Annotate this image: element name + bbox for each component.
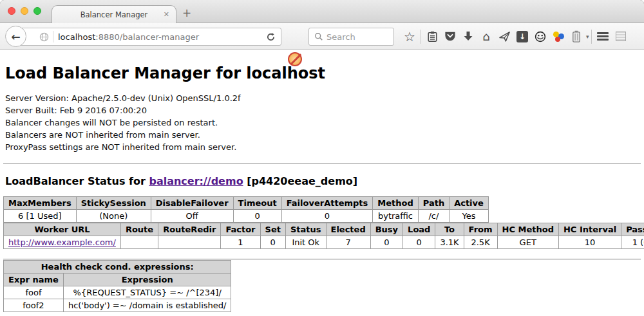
cell-elected: 7 [326, 236, 370, 249]
col-expression: Expression [63, 274, 231, 286]
download-arrow-icon [463, 31, 473, 42]
close-window-button[interactable] [8, 7, 15, 15]
url-text: localhost:8880/balancer-manager [58, 32, 263, 42]
url-bar[interactable]: localhost:8880/balancer-manager [15, 28, 281, 46]
server-built-line: Server Built: Feb 9 2016 07:00:20 [5, 104, 639, 116]
extension-downloader-button[interactable]: ↓ [513, 28, 531, 46]
page-tiles-button[interactable] [612, 28, 630, 46]
col-routeredir: RouteRedir [158, 223, 221, 236]
pocket-button[interactable] [441, 28, 459, 46]
url-separator [53, 31, 53, 42]
star-icon: ☆ [404, 30, 415, 43]
overflow-caret-icon[interactable]: ▾ [586, 33, 589, 40]
table-row: http://www.example.com/ 1 0 Init Ok 7 0 … [4, 236, 644, 249]
cell-to: 3.1K [435, 236, 464, 249]
url-domain: localhost [58, 32, 95, 42]
col-failoverattempts: FailoverAttempts [281, 197, 373, 210]
col-worker-url: Worker URL [4, 223, 121, 236]
balancer-heading: LoadBalancer Status for balancer://demo … [5, 175, 639, 187]
balancer-demo-link[interactable]: balancer://demo [149, 175, 243, 187]
home-button[interactable]: ⌂ [477, 28, 495, 46]
cell-method: bytraffic [373, 210, 418, 223]
cell-status: Init Ok [285, 236, 326, 249]
table-header-row: Worker URL Route RouteRedir Factor Set S… [4, 223, 644, 236]
navigation-toolbar: ← localhost:8880/balancer-manager Se [0, 23, 644, 50]
zoom-window-button[interactable] [33, 7, 41, 15]
send-tab-button[interactable] [495, 28, 513, 46]
col-status: Status [285, 223, 326, 236]
server-version-line: Server Version: Apache/2.5.0-dev (Unix) … [5, 92, 639, 104]
cell-active: Yes [450, 210, 489, 223]
balancer-heading-suffix: [p4420eeae_demo] [243, 175, 358, 187]
cell-from: 2.5K [464, 236, 497, 249]
cell-routeredir [158, 236, 221, 249]
cell-timeout: 0 [233, 210, 281, 223]
table-row: 6 [1 Used] (None) Off 0 0 bytraffic /c/ … [4, 210, 489, 223]
divider [3, 163, 641, 164]
cell-route [120, 236, 158, 249]
toolbar-separator [591, 30, 592, 44]
col-route: Route [120, 223, 158, 236]
worker-table: Worker URL Route RouteRedir Factor Set S… [3, 223, 644, 249]
cell-disablefailover: Off [151, 210, 233, 223]
smiley-icon [535, 31, 546, 42]
cell-stickysession: (None) [76, 210, 151, 223]
minimize-window-button[interactable] [21, 7, 28, 15]
video-helper-button[interactable] [549, 28, 567, 46]
cell-expression: hc('body') =~ /domain is established/ [63, 299, 231, 312]
toolbar-icons: ☆ ⌂ [401, 23, 630, 50]
col-expr-name: Expr name [4, 274, 64, 286]
reading-list-button[interactable] [423, 28, 441, 46]
feedback-button[interactable] [531, 28, 549, 46]
new-tab-button[interactable]: + [182, 8, 191, 19]
white-down-arrow: ↓ [519, 32, 526, 41]
col-factor: Factor [221, 223, 260, 236]
downloads-button[interactable] [459, 28, 477, 46]
clipboard-icon [427, 31, 438, 42]
cell-failoverattempts: 0 [281, 210, 373, 223]
cell-passes: 1 (0) [621, 236, 644, 249]
tab-close-icon[interactable]: ✕ [164, 10, 169, 19]
toolbar-separator [421, 30, 421, 44]
back-button[interactable]: ← [5, 26, 26, 47]
col-set: Set [260, 223, 285, 236]
home-icon: ⌂ [482, 31, 489, 42]
health-table-title: Health check cond. expressions: [4, 261, 231, 274]
cell-worker-url: http://www.example.com/ [4, 236, 121, 249]
cell-set: 0 [260, 236, 285, 249]
flash-block-icon[interactable] [288, 52, 302, 66]
colored-dots-icon [553, 31, 564, 42]
menu-button[interactable] [594, 28, 612, 46]
health-check-table: Health check cond. expressions: Expr nam… [3, 260, 231, 312]
col-load: Load [403, 223, 435, 236]
search-icon [314, 32, 323, 41]
balancer-status-table: MaxMembers StickySession DisableFailover… [3, 196, 489, 223]
proxypass-notice-line: ProxyPass settings are NOT inherited fro… [5, 141, 639, 153]
search-placeholder: Search [327, 32, 355, 42]
cell-expression: %{REQUEST_STATUS} =~ /^[234]/ [63, 286, 231, 299]
page-title: Load Balancer Manager for localhost [5, 64, 639, 82]
reload-icon[interactable] [266, 32, 276, 42]
search-input[interactable]: Search [308, 28, 394, 46]
col-active: Active [450, 197, 489, 210]
col-busy: Busy [370, 223, 402, 236]
flash-block-slash [290, 53, 301, 64]
table-row: foof2 hc('body') =~ /domain is establish… [4, 299, 231, 312]
battery-extension-button[interactable] [567, 28, 585, 46]
col-timeout: Timeout [233, 197, 281, 210]
cell-maxmembers: 6 [1 Used] [4, 210, 77, 223]
cell-hc-interval: 10 [558, 236, 621, 249]
cell-factor: 1 [221, 236, 260, 249]
table-header-row: Expr name Expression [4, 274, 231, 286]
worker-url-link[interactable]: http://www.example.com/ [8, 237, 116, 247]
col-disablefailover: DisableFailover [151, 197, 233, 210]
url-path: :8880/balancer-manager [95, 32, 199, 42]
browser-window: Balancer Manager ✕ + ← localhost:8880/ba… [0, 0, 644, 316]
col-to: To [435, 223, 464, 236]
col-method: Method [373, 197, 418, 210]
bookmark-star-button[interactable]: ☆ [401, 28, 419, 46]
col-passes: Passes [621, 223, 644, 236]
cell-expr-name: foof [4, 286, 64, 299]
page-content: Load Balancer Manager for localhost Serv… [0, 50, 644, 316]
tab-balancer-manager[interactable]: Balancer Manager ✕ [52, 5, 176, 23]
